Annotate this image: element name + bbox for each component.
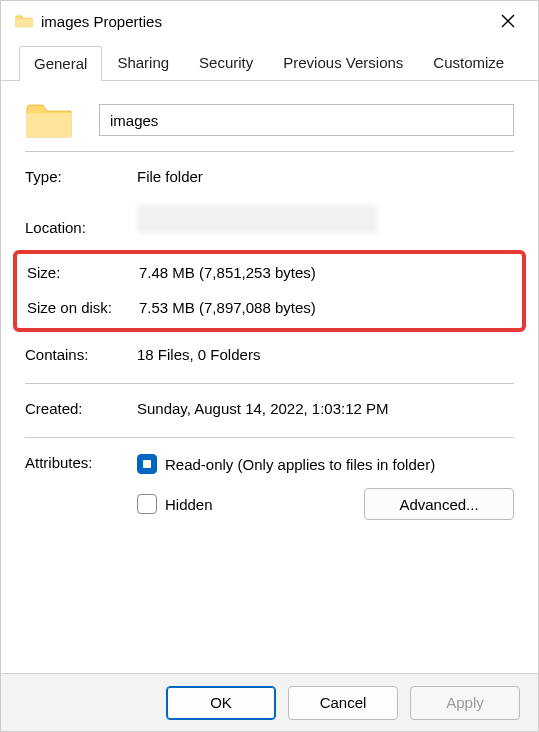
type-label: Type: — [25, 168, 137, 185]
separator — [25, 437, 514, 438]
dialog-footer: OK Cancel Apply — [1, 673, 538, 731]
ok-button[interactable]: OK — [166, 686, 276, 720]
properties-dialog: images Properties General Sharing Securi… — [0, 0, 539, 732]
readonly-checkbox[interactable] — [137, 454, 157, 474]
size-on-disk-value: 7.53 MB (7,897,088 bytes) — [139, 299, 514, 316]
separator — [25, 383, 514, 384]
tab-strip: General Sharing Security Previous Versio… — [1, 41, 538, 81]
attributes-label: Attributes: — [25, 454, 137, 520]
tab-security[interactable]: Security — [184, 45, 268, 80]
location-value-redacted — [137, 205, 377, 233]
contains-value: 18 Files, 0 Folders — [137, 346, 514, 363]
folder-name-input[interactable] — [99, 104, 514, 136]
close-icon — [501, 14, 515, 28]
size-on-disk-label: Size on disk: — [27, 299, 139, 316]
hidden-label: Hidden — [165, 496, 213, 513]
size-value: 7.48 MB (7,851,253 bytes) — [139, 264, 514, 281]
hidden-checkbox[interactable] — [137, 494, 157, 514]
tab-general[interactable]: General — [19, 46, 102, 81]
tab-customize[interactable]: Customize — [418, 45, 519, 80]
readonly-label: Read-only (Only applies to files in fold… — [165, 456, 435, 473]
location-label: Location: — [25, 219, 137, 236]
created-value: Sunday, August 14, 2022, 1:03:12 PM — [137, 400, 514, 417]
contains-label: Contains: — [25, 346, 137, 363]
tab-panel-general: Type: File folder Location: Size: 7.48 M… — [1, 81, 538, 673]
separator — [25, 151, 514, 152]
apply-button[interactable]: Apply — [410, 686, 520, 720]
window-title: images Properties — [41, 13, 488, 30]
close-button[interactable] — [488, 5, 528, 37]
size-label: Size: — [27, 264, 139, 281]
folder-icon — [15, 13, 33, 29]
titlebar: images Properties — [1, 1, 538, 41]
advanced-button[interactable]: Advanced... — [364, 488, 514, 520]
type-value: File folder — [137, 168, 514, 185]
folder-icon — [25, 99, 73, 141]
created-label: Created: — [25, 400, 137, 417]
tab-sharing[interactable]: Sharing — [102, 45, 184, 80]
tab-previous-versions[interactable]: Previous Versions — [268, 45, 418, 80]
cancel-button[interactable]: Cancel — [288, 686, 398, 720]
size-highlight-annotation: Size: 7.48 MB (7,851,253 bytes) Size on … — [13, 250, 526, 332]
